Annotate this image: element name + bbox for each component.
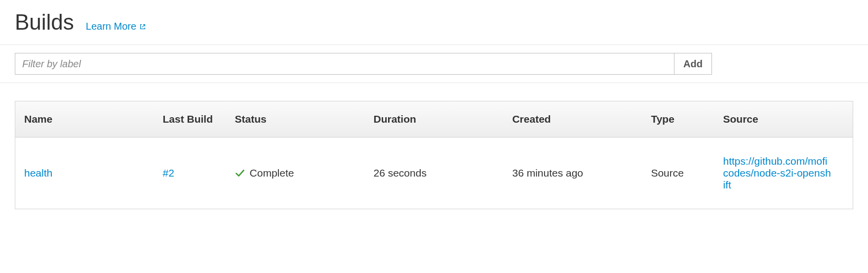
column-header-status: Status	[226, 101, 365, 137]
cell-name: health	[15, 137, 154, 209]
source-link[interactable]: https://github.com/moficodes/node-s2i-op…	[723, 155, 832, 191]
cell-duration: 26 seconds	[365, 137, 504, 209]
page-header: Builds Learn More	[0, 0, 868, 45]
cell-status: Complete	[226, 137, 365, 209]
status-text: Complete	[250, 167, 294, 179]
cell-last-build: #2	[154, 137, 226, 209]
filter-bar: Add	[0, 45, 868, 83]
learn-more-link[interactable]: Learn More	[86, 21, 146, 32]
builds-table: Name Last Build Status Duration Created …	[15, 101, 853, 209]
table-row: health #2 Complete 26 seconds 36 minutes…	[15, 137, 853, 209]
content-area: Name Last Build Status Duration Created …	[0, 83, 868, 224]
learn-more-label: Learn More	[86, 21, 136, 32]
column-header-last-build: Last Build	[154, 101, 226, 137]
filter-input[interactable]	[15, 53, 674, 75]
build-name-link[interactable]: health	[24, 167, 52, 179]
table-header: Name Last Build Status Duration Created …	[15, 101, 853, 137]
check-icon	[235, 168, 245, 178]
column-header-name: Name	[15, 101, 154, 137]
page-title: Builds	[15, 10, 74, 35]
cell-source: https://github.com/moficodes/node-s2i-op…	[714, 137, 853, 209]
add-button[interactable]: Add	[674, 53, 712, 75]
last-build-link[interactable]: #2	[162, 167, 174, 179]
external-link-icon	[139, 23, 146, 30]
cell-created: 36 minutes ago	[503, 137, 642, 209]
table-body: health #2 Complete 26 seconds 36 minutes…	[15, 137, 853, 209]
column-header-source: Source	[714, 101, 853, 137]
column-header-type: Type	[642, 101, 714, 137]
column-header-duration: Duration	[365, 101, 504, 137]
column-header-created: Created	[503, 101, 642, 137]
cell-type: Source	[642, 137, 714, 209]
